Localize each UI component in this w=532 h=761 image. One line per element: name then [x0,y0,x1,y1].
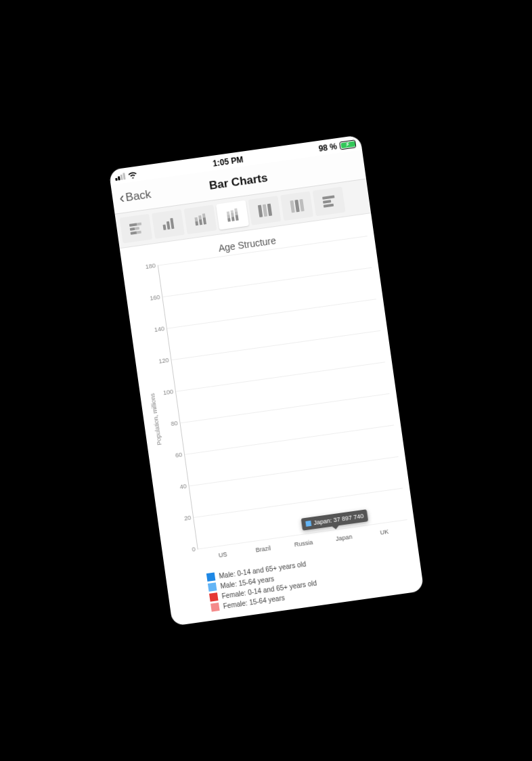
x-tick-label: Russia [283,538,324,550]
bar-brazil-female[interactable] [263,539,275,541]
segment[interactable] [383,521,395,523]
bar-uk-male[interactable] [370,523,382,525]
x-tick-label: Japan [323,531,364,544]
segment[interactable] [208,546,221,548]
bar-brazil-male[interactable] [249,540,261,542]
back-button[interactable]: ‹ Back [113,179,157,213]
segment[interactable] [370,523,382,525]
y-tick-label: 180 [140,262,156,271]
chart-tab-bar[interactable] [152,209,185,239]
segment[interactable] [249,540,261,542]
y-tick-label: 100 [158,388,173,397]
bar-russia-female[interactable] [303,533,315,535]
segment[interactable] [222,544,234,546]
plot-wrap: Population, millions 0204060801001201401… [129,236,409,571]
bar-uk-female[interactable] [383,521,395,523]
y-tick-label: 140 [149,325,164,334]
x-tick-label: Brazil [242,543,284,555]
x-tick-label: US [202,548,243,561]
chart-tab-grouped[interactable] [248,196,281,225]
segment[interactable] [330,529,342,531]
back-label: Back [125,188,152,204]
category-russia: Russia [282,532,322,538]
page-title: Bar Charts [208,171,268,192]
cellular-signal-icon [114,173,125,181]
phone-frame: 1:05 PM 98 % ⚡︎ ‹ Back Bar Charts Age St… [108,135,424,626]
legend-swatch [207,582,217,592]
category-uk: UK [363,521,403,526]
segment[interactable] [249,540,261,542]
segment[interactable] [343,527,355,529]
segment[interactable] [289,535,301,537]
segment[interactable] [370,523,382,525]
wifi-icon [127,170,138,180]
battery-percent: 98 % [317,142,337,154]
segment[interactable] [263,539,275,541]
segment[interactable] [303,533,315,535]
chart-tab-bar-stacked2[interactable] [183,204,217,234]
bar-russia-male[interactable] [289,535,301,537]
category-japan: Japan: 37 897 740Japan [322,526,363,531]
y-tick-label: 80 [162,420,177,429]
segment[interactable] [303,533,315,535]
battery-icon: ⚡︎ [339,139,356,150]
legend-swatch [210,603,220,612]
y-tick-label: 0 [180,546,196,555]
segment[interactable] [208,546,221,548]
plot[interactable]: 020406080100120140160180 USBrazilRussiaJ… [139,236,409,569]
segment[interactable] [263,539,275,541]
segment[interactable] [343,527,355,529]
chart-tab-hbar[interactable] [312,187,345,217]
bar-us-female[interactable] [222,544,234,546]
phone-screen: 1:05 PM 98 % ⚡︎ ‹ Back Bar Charts Age St… [108,135,424,626]
y-tick-label: 60 [167,451,182,460]
segment[interactable] [222,544,234,546]
bar-japan-female[interactable] [343,527,355,529]
status-left [114,170,137,181]
chart-tab-bar-stacked3[interactable] [216,200,249,230]
chevron-left-icon: ‹ [118,190,125,206]
segment[interactable] [330,529,342,531]
category-us: US [201,543,242,548]
segment[interactable] [383,521,395,523]
bar-us-male[interactable] [208,546,221,548]
tooltip: Japan: 37 897 740 [301,509,368,531]
y-tick-label: 120 [153,357,169,366]
chart-tab-hbar-stacked[interactable] [119,214,152,244]
chart-tab-grouped2[interactable] [280,191,313,221]
y-tick-label: 160 [144,294,160,303]
bar-japan-male[interactable]: Japan: 37 897 740 [330,529,342,531]
bars-layer: USBrazilRussiaJapan: 37 897 740JapanUK [157,236,407,549]
y-tick-label: 20 [175,515,191,523]
y-tick-label: 40 [171,483,187,492]
x-tick-label: UK [363,526,405,538]
chart-area: Age Structure Population, millions 02040… [119,213,424,626]
segment[interactable] [289,535,301,537]
legend-swatch [206,572,215,582]
category-brazil: Brazil [242,538,282,543]
legend-swatch [208,592,218,602]
